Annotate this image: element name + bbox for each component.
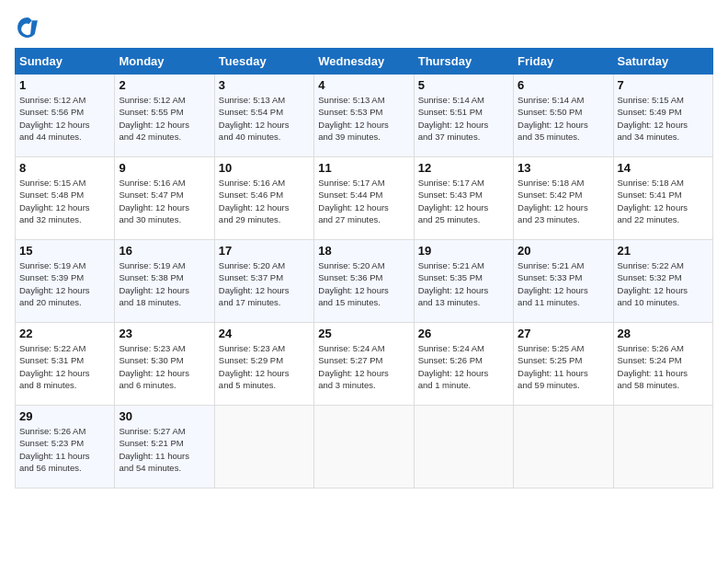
day-number: 9 — [119, 161, 210, 175]
calendar-cell: 14Sunrise: 5:18 AM Sunset: 5:41 PM Dayli… — [613, 157, 712, 240]
cell-details: Sunrise: 5:25 AM Sunset: 5:25 PM Dayligh… — [518, 342, 609, 391]
calendar-cell: 7Sunrise: 5:15 AM Sunset: 5:49 PM Daylig… — [613, 75, 712, 157]
weekday-header: Wednesday — [314, 49, 414, 75]
day-number: 28 — [618, 327, 709, 340]
cell-details: Sunrise: 5:12 AM Sunset: 5:56 PM Dayligh… — [19, 94, 110, 143]
calendar-cell: 17Sunrise: 5:20 AM Sunset: 5:37 PM Dayli… — [214, 240, 313, 323]
calendar-cell: 9Sunrise: 5:16 AM Sunset: 5:47 PM Daylig… — [115, 157, 214, 240]
cell-details: Sunrise: 5:16 AM Sunset: 5:46 PM Dayligh… — [219, 177, 310, 225]
cell-details: Sunrise: 5:15 AM Sunset: 5:48 PM Dayligh… — [19, 177, 110, 225]
day-number: 2 — [119, 78, 210, 92]
logo-icon — [15, 15, 40, 40]
cell-details: Sunrise: 5:26 AM Sunset: 5:24 PM Dayligh… — [618, 342, 709, 391]
calendar-cell: 10Sunrise: 5:16 AM Sunset: 5:46 PM Dayli… — [214, 157, 313, 240]
day-number: 16 — [119, 244, 210, 258]
calendar-cell: 2Sunrise: 5:12 AM Sunset: 5:55 PM Daylig… — [115, 75, 214, 157]
calendar-cell: 30Sunrise: 5:27 AM Sunset: 5:21 PM Dayli… — [115, 406, 214, 488]
day-number: 24 — [219, 327, 310, 340]
day-number: 14 — [618, 161, 709, 175]
cell-details: Sunrise: 5:21 AM Sunset: 5:33 PM Dayligh… — [518, 259, 609, 308]
calendar-cell — [414, 406, 513, 488]
calendar-cell: 24Sunrise: 5:23 AM Sunset: 5:29 PM Dayli… — [214, 323, 313, 406]
calendar-cell: 20Sunrise: 5:21 AM Sunset: 5:33 PM Dayli… — [514, 240, 613, 323]
day-number: 17 — [219, 244, 310, 258]
day-number: 3 — [219, 78, 310, 92]
calendar-cell: 13Sunrise: 5:18 AM Sunset: 5:42 PM Dayli… — [514, 157, 613, 240]
cell-details: Sunrise: 5:24 AM Sunset: 5:27 PM Dayligh… — [318, 342, 409, 391]
calendar-cell: 4Sunrise: 5:13 AM Sunset: 5:53 PM Daylig… — [314, 75, 414, 157]
cell-details: Sunrise: 5:22 AM Sunset: 5:31 PM Dayligh… — [19, 342, 110, 391]
cell-details: Sunrise: 5:20 AM Sunset: 5:36 PM Dayligh… — [318, 259, 409, 308]
cell-details: Sunrise: 5:21 AM Sunset: 5:35 PM Dayligh… — [418, 259, 509, 308]
calendar-week-row: 8Sunrise: 5:15 AM Sunset: 5:48 PM Daylig… — [16, 157, 713, 240]
calendar-cell: 6Sunrise: 5:14 AM Sunset: 5:50 PM Daylig… — [514, 75, 613, 157]
cell-details: Sunrise: 5:19 AM Sunset: 5:38 PM Dayligh… — [119, 259, 210, 308]
day-number: 7 — [618, 78, 709, 92]
day-number: 30 — [119, 409, 210, 423]
day-number: 15 — [19, 244, 110, 258]
day-number: 19 — [418, 244, 509, 258]
weekday-header: Monday — [115, 49, 214, 75]
day-number: 6 — [518, 78, 609, 92]
cell-details: Sunrise: 5:26 AM Sunset: 5:23 PM Dayligh… — [19, 425, 110, 474]
calendar-week-row: 1Sunrise: 5:12 AM Sunset: 5:56 PM Daylig… — [16, 75, 713, 157]
logo — [15, 15, 44, 40]
calendar-cell: 19Sunrise: 5:21 AM Sunset: 5:35 PM Dayli… — [414, 240, 513, 323]
calendar-header: SundayMondayTuesdayWednesdayThursdayFrid… — [16, 49, 713, 75]
day-number: 18 — [318, 244, 409, 258]
day-number: 22 — [19, 327, 110, 340]
calendar-cell: 11Sunrise: 5:17 AM Sunset: 5:44 PM Dayli… — [314, 157, 414, 240]
calendar-cell: 15Sunrise: 5:19 AM Sunset: 5:39 PM Dayli… — [16, 240, 115, 323]
weekday-header: Friday — [514, 49, 613, 75]
calendar-cell: 23Sunrise: 5:23 AM Sunset: 5:30 PM Dayli… — [115, 323, 214, 406]
day-number: 13 — [518, 161, 609, 175]
calendar-cell: 29Sunrise: 5:26 AM Sunset: 5:23 PM Dayli… — [16, 406, 115, 488]
cell-details: Sunrise: 5:20 AM Sunset: 5:37 PM Dayligh… — [219, 259, 310, 308]
cell-details: Sunrise: 5:12 AM Sunset: 5:55 PM Dayligh… — [119, 94, 210, 143]
cell-details: Sunrise: 5:17 AM Sunset: 5:43 PM Dayligh… — [418, 177, 509, 225]
cell-details: Sunrise: 5:24 AM Sunset: 5:26 PM Dayligh… — [418, 342, 509, 391]
cell-details: Sunrise: 5:22 AM Sunset: 5:32 PM Dayligh… — [618, 259, 709, 308]
day-number: 25 — [318, 327, 409, 340]
cell-details: Sunrise: 5:27 AM Sunset: 5:21 PM Dayligh… — [119, 425, 210, 474]
calendar-cell — [613, 406, 712, 488]
day-number: 27 — [518, 327, 609, 340]
calendar-week-row: 29Sunrise: 5:26 AM Sunset: 5:23 PM Dayli… — [16, 406, 713, 488]
cell-details: Sunrise: 5:15 AM Sunset: 5:49 PM Dayligh… — [618, 94, 709, 143]
calendar-cell: 25Sunrise: 5:24 AM Sunset: 5:27 PM Dayli… — [314, 323, 414, 406]
calendar-cell: 8Sunrise: 5:15 AM Sunset: 5:48 PM Daylig… — [16, 157, 115, 240]
cell-details: Sunrise: 5:13 AM Sunset: 5:53 PM Dayligh… — [318, 94, 409, 143]
cell-details: Sunrise: 5:23 AM Sunset: 5:29 PM Dayligh… — [219, 342, 310, 391]
cell-details: Sunrise: 5:14 AM Sunset: 5:50 PM Dayligh… — [518, 94, 609, 143]
day-number: 10 — [219, 161, 310, 175]
cell-details: Sunrise: 5:18 AM Sunset: 5:42 PM Dayligh… — [518, 177, 609, 225]
cell-details: Sunrise: 5:16 AM Sunset: 5:47 PM Dayligh… — [119, 177, 210, 225]
day-number: 4 — [318, 78, 409, 92]
calendar-cell: 22Sunrise: 5:22 AM Sunset: 5:31 PM Dayli… — [16, 323, 115, 406]
cell-details: Sunrise: 5:13 AM Sunset: 5:54 PM Dayligh… — [219, 94, 310, 143]
calendar-cell: 28Sunrise: 5:26 AM Sunset: 5:24 PM Dayli… — [613, 323, 712, 406]
calendar-cell: 27Sunrise: 5:25 AM Sunset: 5:25 PM Dayli… — [514, 323, 613, 406]
day-number: 11 — [318, 161, 409, 175]
day-number: 1 — [19, 78, 110, 92]
calendar-cell: 1Sunrise: 5:12 AM Sunset: 5:56 PM Daylig… — [16, 75, 115, 157]
calendar-week-row: 15Sunrise: 5:19 AM Sunset: 5:39 PM Dayli… — [16, 240, 713, 323]
weekday-header: Tuesday — [214, 49, 313, 75]
day-number: 21 — [618, 244, 709, 258]
day-number: 26 — [418, 327, 509, 340]
calendar-cell: 21Sunrise: 5:22 AM Sunset: 5:32 PM Dayli… — [613, 240, 712, 323]
calendar-week-row: 22Sunrise: 5:22 AM Sunset: 5:31 PM Dayli… — [16, 323, 713, 406]
weekday-header: Thursday — [414, 49, 513, 75]
calendar-cell: 5Sunrise: 5:14 AM Sunset: 5:51 PM Daylig… — [414, 75, 513, 157]
page-header — [15, 15, 713, 40]
day-number: 5 — [418, 78, 509, 92]
calendar-cell: 18Sunrise: 5:20 AM Sunset: 5:36 PM Dayli… — [314, 240, 414, 323]
calendar-table: SundayMondayTuesdayWednesdayThursdayFrid… — [15, 48, 713, 488]
day-number: 12 — [418, 161, 509, 175]
day-number: 29 — [19, 409, 110, 423]
calendar-cell — [214, 406, 313, 488]
cell-details: Sunrise: 5:18 AM Sunset: 5:41 PM Dayligh… — [618, 177, 709, 225]
day-number: 8 — [19, 161, 110, 175]
weekday-header: Sunday — [16, 49, 115, 75]
weekday-header: Saturday — [613, 49, 712, 75]
